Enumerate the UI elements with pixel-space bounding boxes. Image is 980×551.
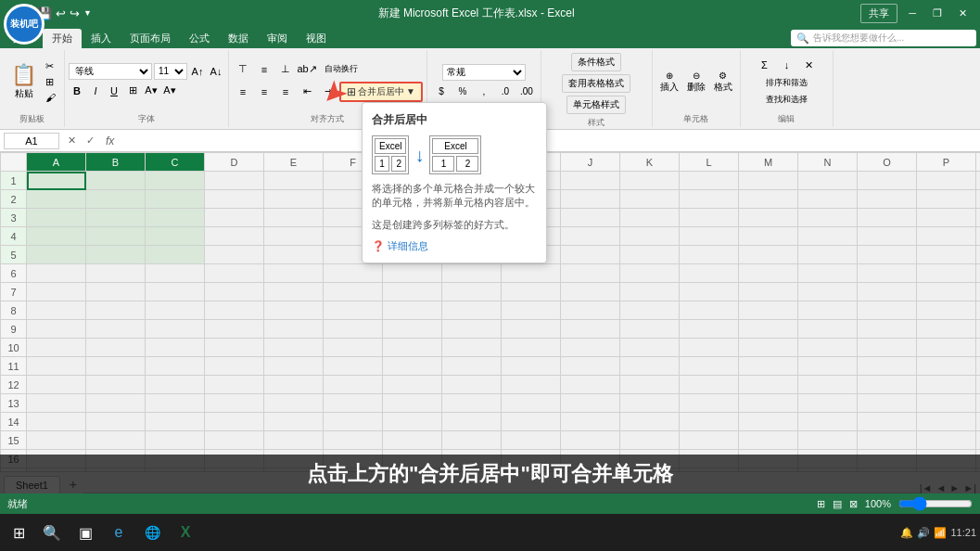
grid-cell[interactable]: [561, 301, 620, 320]
grid-cell[interactable]: [324, 320, 383, 339]
align-left-button[interactable]: ≡: [233, 83, 253, 101]
grid-cell[interactable]: [798, 413, 858, 431]
col-header-l[interactable]: L: [680, 153, 739, 172]
col-header-b[interactable]: B: [86, 153, 146, 172]
grid-cell[interactable]: [383, 394, 442, 413]
grid-cell[interactable]: [27, 357, 86, 376]
grid-cell[interactable]: [620, 431, 680, 450]
grid-cell[interactable]: [620, 172, 680, 190]
col-header-a[interactable]: A: [27, 153, 86, 172]
grid-cell[interactable]: [976, 413, 981, 431]
conditional-format-button[interactable]: 条件格式: [571, 53, 621, 71]
grid-cell[interactable]: [858, 431, 917, 450]
grid-cell[interactable]: [680, 339, 739, 357]
col-header-p[interactable]: P: [917, 153, 976, 172]
tab-data[interactable]: 数据: [219, 29, 258, 48]
grid-cell[interactable]: [324, 264, 383, 283]
grid-cell[interactable]: [798, 394, 858, 413]
grid-cell[interactable]: [86, 190, 146, 209]
find-select-button[interactable]: 查找和选择: [764, 92, 809, 108]
grid-cell[interactable]: [502, 394, 561, 413]
row-num-7[interactable]: 7: [1, 283, 27, 301]
grid-cell[interactable]: [917, 190, 976, 209]
restore-button[interactable]: ❐: [927, 6, 948, 21]
task-view-button[interactable]: ▣: [70, 518, 100, 547]
excel-taskbar-button[interactable]: X: [171, 518, 200, 547]
grid-cell[interactable]: [324, 394, 383, 413]
confirm-formula-icon[interactable]: ✓: [82, 133, 98, 149]
format-button[interactable]: ⚙ 格式: [710, 69, 736, 96]
grid-cell[interactable]: [205, 283, 264, 301]
grid-cell[interactable]: [798, 264, 858, 283]
grid-cell[interactable]: [798, 376, 858, 394]
row-num-4[interactable]: 4: [1, 227, 27, 246]
grid-cell[interactable]: [858, 227, 917, 246]
grid-cell[interactable]: [383, 413, 442, 431]
grid-cell[interactable]: [739, 413, 798, 431]
grid-cell[interactable]: [798, 246, 858, 264]
start-button[interactable]: ⊞: [4, 518, 33, 547]
grid-cell[interactable]: [27, 413, 86, 431]
grid-cell[interactable]: [798, 301, 858, 320]
grid-cell[interactable]: [798, 431, 858, 450]
grid-cell[interactable]: [858, 320, 917, 339]
row-num-15[interactable]: 15: [1, 431, 27, 450]
grid-cell[interactable]: [442, 301, 502, 320]
grid-cell[interactable]: [561, 339, 620, 357]
grid-cell[interactable]: [383, 357, 442, 376]
grid-cell[interactable]: [561, 172, 620, 190]
grid-cell[interactable]: [146, 209, 205, 227]
border-button[interactable]: ⊞: [124, 83, 141, 99]
grid-cell[interactable]: [264, 339, 324, 357]
grid-cell[interactable]: [561, 413, 620, 431]
grid-cell[interactable]: [976, 209, 981, 227]
grid-cell[interactable]: [383, 264, 442, 283]
grid-cell[interactable]: [205, 376, 264, 394]
increase-font-button[interactable]: A↑: [189, 63, 206, 80]
grid-cell[interactable]: [976, 264, 981, 283]
grid-cell[interactable]: [798, 339, 858, 357]
search-button[interactable]: 🔍: [37, 518, 67, 547]
fill-button[interactable]: ↓: [776, 56, 796, 74]
grid-cell[interactable]: [264, 301, 324, 320]
grid-cell[interactable]: [620, 394, 680, 413]
grid-cell[interactable]: [976, 227, 981, 246]
col-header-m[interactable]: M: [739, 153, 798, 172]
grid-cell[interactable]: [798, 227, 858, 246]
sum-button[interactable]: Σ: [754, 56, 774, 74]
view-page-icon[interactable]: ▤: [833, 498, 842, 510]
grid-cell[interactable]: [976, 320, 981, 339]
grid-cell[interactable]: [324, 339, 383, 357]
grid-cell[interactable]: [917, 209, 976, 227]
grid-cell[interactable]: [27, 320, 86, 339]
grid-cell[interactable]: [620, 376, 680, 394]
grid-cell[interactable]: [205, 413, 264, 431]
grid-cell[interactable]: [620, 246, 680, 264]
grid-cell[interactable]: [27, 227, 86, 246]
grid-cell[interactable]: [324, 376, 383, 394]
col-header-n[interactable]: N: [798, 153, 858, 172]
close-button[interactable]: ✕: [953, 6, 973, 21]
col-header-c[interactable]: C: [146, 153, 205, 172]
grid-cell[interactable]: [561, 431, 620, 450]
grid-cell[interactable]: [383, 320, 442, 339]
align-middle-button[interactable]: ≡: [254, 60, 274, 79]
grid-cell[interactable]: [264, 320, 324, 339]
grid-cell[interactable]: [86, 357, 146, 376]
grid-cell[interactable]: [858, 394, 917, 413]
delete-button[interactable]: ⊖ 删除: [683, 69, 709, 96]
grid-cell[interactable]: [739, 320, 798, 339]
grid-cell[interactable]: [976, 172, 981, 190]
grid-cell[interactable]: [976, 376, 981, 394]
grid-cell[interactable]: [917, 301, 976, 320]
grid-cell[interactable]: [917, 376, 976, 394]
grid-cell[interactable]: [858, 172, 917, 190]
grid-cell[interactable]: [798, 209, 858, 227]
grid-cell[interactable]: [561, 190, 620, 209]
grid-cell[interactable]: [739, 376, 798, 394]
grid-cell[interactable]: [561, 320, 620, 339]
grid-cell[interactable]: [917, 246, 976, 264]
grid-cell[interactable]: [680, 264, 739, 283]
grid-cell[interactable]: [205, 301, 264, 320]
grid-cell[interactable]: [502, 431, 561, 450]
